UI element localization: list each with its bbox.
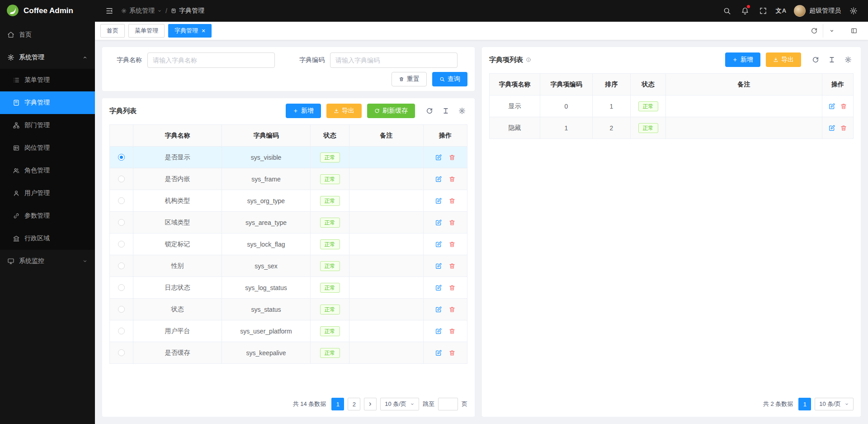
export-items-button[interactable]: 导出 <box>766 52 801 67</box>
edit-icon[interactable] <box>828 124 835 132</box>
row-radio[interactable] <box>118 262 125 269</box>
add-button[interactable]: 新增 <box>286 104 321 118</box>
page-button-1[interactable]: 1 <box>331 398 344 410</box>
column-settings-gear-icon[interactable] <box>843 54 854 65</box>
column-settings-gear-icon[interactable] <box>457 105 467 116</box>
edit-icon[interactable] <box>435 328 442 335</box>
sidebar-toggle-icon[interactable] <box>102 4 117 18</box>
edit-icon[interactable] <box>435 262 442 270</box>
delete-icon[interactable] <box>448 284 456 291</box>
edit-icon[interactable] <box>435 284 442 291</box>
dict-table-row[interactable]: 区域类型 sys_area_type 正常 <box>110 212 467 233</box>
item-page-button-1[interactable]: 1 <box>798 398 811 410</box>
dict-item-pagination: 共 2 条数据 1 10 条/页 <box>482 391 861 417</box>
column-header-action: 操作 <box>424 125 467 147</box>
edit-icon[interactable] <box>435 176 442 183</box>
sidebar-item-param-mgmt[interactable]: 参数管理 <box>0 205 95 227</box>
dict-status-cell: 正常 <box>311 320 349 342</box>
dict-item-table-row[interactable]: 显示 0 1 正常 <box>490 95 853 117</box>
refresh-cache-button[interactable]: 刷新缓存 <box>367 104 415 118</box>
edit-icon[interactable] <box>828 103 835 110</box>
breadcrumb-parent[interactable]: 系统管理 <box>121 7 162 15</box>
row-radio[interactable] <box>118 306 125 313</box>
dict-table-row[interactable]: 是否显示 sys_visible 正常 <box>110 147 467 168</box>
query-button[interactable]: 查询 <box>432 72 467 86</box>
density-icon[interactable] <box>826 54 837 65</box>
refresh-icon[interactable] <box>810 54 821 65</box>
search-icon[interactable] <box>720 4 734 18</box>
page-button-2[interactable]: 2 <box>348 398 360 410</box>
dict-table-row[interactable]: 是否内嵌 sys_frame 正常 <box>110 168 467 190</box>
close-icon[interactable]: × <box>202 28 205 34</box>
layout-panel-icon[interactable] <box>845 24 863 38</box>
edit-icon[interactable] <box>435 154 442 161</box>
reset-button[interactable]: 重置 <box>392 72 427 86</box>
sidebar-item-menu-mgmt[interactable]: 菜单管理 <box>0 69 95 91</box>
next-page-button[interactable] <box>364 398 377 410</box>
delete-icon[interactable] <box>448 328 456 335</box>
dict-table-row[interactable]: 用户平台 sys_user_platform 正常 <box>110 320 467 342</box>
dict-table-row[interactable]: 性别 sys_sex 正常 <box>110 255 467 277</box>
edit-icon[interactable] <box>435 349 442 357</box>
translate-icon[interactable]: 文A <box>774 4 788 18</box>
bell-icon[interactable] <box>738 4 752 18</box>
dict-table-row[interactable]: 日志状态 sys_log_status 正常 <box>110 277 467 299</box>
dict-table-row[interactable]: 锁定标记 sys_lock_flag 正常 <box>110 233 467 255</box>
delete-icon[interactable] <box>448 197 456 205</box>
sidebar-item-role-mgmt[interactable]: 角色管理 <box>0 159 95 182</box>
row-radio[interactable] <box>118 197 125 204</box>
edit-icon[interactable] <box>435 219 442 226</box>
sidebar-item-region[interactable]: 行政区域 <box>0 227 95 250</box>
app-logo-area[interactable]: Coffee Admin <box>0 0 95 22</box>
row-radio[interactable] <box>118 328 125 334</box>
sidebar-item-home[interactable]: 首页 <box>0 24 95 46</box>
delete-icon[interactable] <box>448 154 456 161</box>
row-radio[interactable] <box>118 241 125 248</box>
dict-name-cell: 是否显示 <box>133 147 222 168</box>
row-radio[interactable] <box>118 284 125 291</box>
add-item-button[interactable]: 新增 <box>725 52 760 67</box>
delete-icon[interactable] <box>840 124 847 132</box>
page-size-select[interactable]: 10 条/页 <box>380 398 419 410</box>
delete-icon[interactable] <box>840 103 847 110</box>
delete-icon[interactable] <box>448 262 456 270</box>
sidebar-item-user-mgmt[interactable]: 用户管理 <box>0 182 95 205</box>
delete-icon[interactable] <box>448 306 456 313</box>
settings-gear-icon[interactable] <box>846 4 861 18</box>
edit-icon[interactable] <box>435 197 442 205</box>
dict-code-input[interactable] <box>330 52 458 68</box>
tab-dict-mgmt[interactable]: 字典管理 × <box>168 24 212 38</box>
tab-home[interactable]: 首页 <box>100 24 125 38</box>
sidebar-item-dict-mgmt[interactable]: 字典管理 <box>0 91 95 114</box>
dict-item-table-row[interactable]: 隐藏 1 2 正常 <box>490 117 853 139</box>
dict-table-row[interactable]: 状态 sys_status 正常 <box>110 299 467 320</box>
info-icon[interactable] <box>526 57 531 62</box>
row-radio[interactable] <box>118 219 125 226</box>
density-icon[interactable] <box>440 105 451 116</box>
fullscreen-icon[interactable] <box>756 4 770 18</box>
sidebar-group-monitor[interactable]: 系统监控 <box>0 250 95 272</box>
delete-icon[interactable] <box>448 176 456 183</box>
edit-icon[interactable] <box>435 306 442 313</box>
sidebar-group-system[interactable]: 系统管理 <box>0 46 95 69</box>
row-radio[interactable] <box>118 176 125 182</box>
edit-icon[interactable] <box>435 241 442 248</box>
refresh-icon[interactable] <box>424 105 435 116</box>
export-button[interactable]: 导出 <box>326 104 362 118</box>
row-radio[interactable] <box>118 349 125 356</box>
jump-page-input[interactable] <box>438 398 458 410</box>
dict-table-row[interactable]: 是否缓存 sys_keepalive 正常 <box>110 342 467 364</box>
user-menu-trigger[interactable]: 超级管理员 <box>792 5 843 17</box>
sidebar-item-dept-mgmt[interactable]: 部门管理 <box>0 114 95 137</box>
refresh-icon[interactable] <box>806 24 823 38</box>
dict-name-input[interactable] <box>147 52 275 68</box>
tab-menu-mgmt[interactable]: 菜单管理 <box>128 24 165 38</box>
sidebar-item-post-mgmt[interactable]: 岗位管理 <box>0 137 95 159</box>
dict-table-row[interactable]: 机构类型 sys_org_type 正常 <box>110 190 467 212</box>
chevron-down-icon[interactable] <box>823 24 840 38</box>
row-radio[interactable] <box>118 154 125 161</box>
delete-icon[interactable] <box>448 349 456 357</box>
delete-icon[interactable] <box>448 241 456 248</box>
item-page-size-select[interactable]: 10 条/页 <box>815 398 854 410</box>
delete-icon[interactable] <box>448 219 456 226</box>
